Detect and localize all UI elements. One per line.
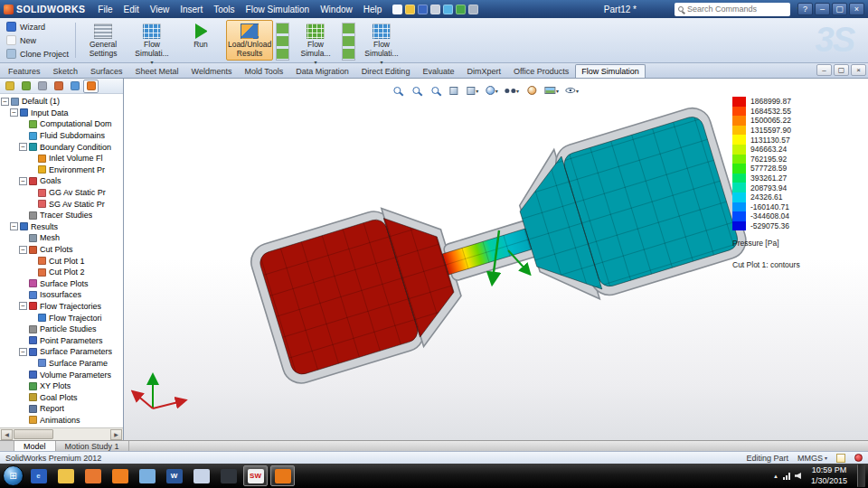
featuremanager-tab[interactable] bbox=[2, 80, 17, 93]
tree-item[interactable]: − Cut Plots bbox=[0, 244, 123, 256]
tree-item[interactable]: Computational Dom bbox=[0, 118, 123, 130]
hide-show-items-icon[interactable]: ▾ bbox=[504, 83, 520, 98]
status-alert-icon[interactable] bbox=[854, 454, 863, 462]
tree-item[interactable]: Tracer Studies bbox=[0, 210, 123, 221]
print-icon[interactable] bbox=[430, 5, 440, 14]
tree-item[interactable]: Report bbox=[0, 403, 123, 415]
tree-expand-toggle[interactable]: − bbox=[10, 222, 18, 230]
tree-item[interactable]: Flow Trajectori bbox=[0, 312, 123, 324]
tree-item[interactable]: XY Plots bbox=[0, 380, 123, 392]
dropdown-arrow-icon[interactable]: ▾ bbox=[516, 88, 519, 94]
help-button[interactable]: ? bbox=[797, 3, 813, 15]
start-button[interactable]: ⊞ bbox=[3, 465, 24, 486]
view-orientation-icon[interactable]: ▾ bbox=[466, 83, 480, 98]
maximize-button[interactable]: ▢ bbox=[832, 3, 847, 15]
scroll-left-button[interactable]: ◀ bbox=[1, 429, 13, 440]
tree-item[interactable]: − Input Data bbox=[0, 108, 123, 119]
tab-splitter-handle[interactable] bbox=[0, 441, 14, 451]
tree-item[interactable]: Animations bbox=[0, 415, 123, 427]
tree-item[interactable]: Cut Plot 2 bbox=[0, 267, 123, 278]
tree-item[interactable]: Isosurfaces bbox=[0, 289, 123, 301]
scroll-thumb[interactable] bbox=[14, 429, 53, 439]
configurationmanager-tab[interactable] bbox=[34, 80, 50, 93]
tree-item[interactable]: Goal Plots bbox=[0, 391, 123, 403]
model-tab[interactable]: Model bbox=[14, 441, 56, 451]
general-settings-button[interactable]: General Settings ▾ bbox=[80, 20, 127, 61]
flow-simulation-icon[interactable] bbox=[270, 465, 295, 486]
menu-item[interactable]: Insert bbox=[175, 2, 208, 17]
status-note-icon[interactable] bbox=[836, 454, 845, 463]
mail-icon[interactable] bbox=[189, 465, 213, 486]
run-button[interactable]: Run ▾ bbox=[177, 20, 224, 61]
tree-expand-toggle[interactable]: − bbox=[1, 98, 9, 106]
command-tab[interactable]: Mold Tools bbox=[238, 64, 289, 78]
tree-expand-toggle[interactable]: − bbox=[19, 246, 27, 254]
dropdown-arrow-icon[interactable]: ▾ bbox=[381, 60, 383, 66]
vlc-icon[interactable] bbox=[216, 465, 241, 486]
new-document-icon[interactable] bbox=[392, 5, 402, 14]
tree-item[interactable]: Particle Studies bbox=[0, 324, 123, 335]
windows-explorer-icon[interactable] bbox=[53, 465, 78, 486]
goals-icon-stack[interactable]: ▾ bbox=[341, 20, 356, 61]
taskbar-clock[interactable]: 10:59 PM 1/30/2015 bbox=[806, 465, 853, 486]
dropdown-arrow-icon[interactable]: ▾ bbox=[495, 88, 498, 94]
command-tab[interactable]: Direct Editing bbox=[355, 64, 417, 78]
doc-minimize-button[interactable]: – bbox=[816, 64, 832, 76]
firefox-icon[interactable] bbox=[108, 465, 132, 486]
displaymanager-tab[interactable] bbox=[67, 80, 82, 93]
command-tab[interactable]: Data Migration bbox=[289, 64, 355, 78]
internet-explorer-icon[interactable]: e bbox=[26, 465, 51, 486]
tree-item[interactable]: − Default (1) bbox=[0, 96, 123, 108]
tree-expand-toggle[interactable]: − bbox=[19, 177, 27, 185]
tree-item[interactable]: Cut Plot 1 bbox=[0, 255, 123, 267]
tree-expand-toggle[interactable]: − bbox=[19, 302, 27, 310]
command-tab[interactable]: Weldments bbox=[185, 64, 239, 78]
command-tab[interactable]: Flow Simulation bbox=[575, 64, 646, 78]
menu-item[interactable]: File bbox=[92, 2, 118, 17]
tree-item[interactable]: Point Parameters bbox=[0, 334, 123, 346]
network-icon[interactable] bbox=[783, 473, 790, 480]
save-icon[interactable] bbox=[418, 5, 428, 14]
display-style-icon[interactable]: ▾ bbox=[485, 83, 499, 98]
menu-item[interactable]: Edit bbox=[118, 2, 144, 17]
command-tab[interactable]: Sheet Metal bbox=[129, 64, 185, 78]
doc-close-button[interactable]: × bbox=[851, 64, 866, 76]
flow-simulation-display-button[interactable]: Flow Simula... ▾ bbox=[292, 20, 339, 61]
word-icon[interactable]: W bbox=[162, 465, 186, 486]
tree-item[interactable]: − Surface Parameters bbox=[0, 346, 123, 358]
tree-item[interactable]: Inlet Volume Fl bbox=[0, 153, 123, 164]
tree-expand-toggle[interactable]: − bbox=[10, 108, 18, 117]
graphics-area[interactable]: ▾ ▾ ▾ ▾ ▾ ▾ bbox=[124, 79, 868, 440]
menu-item[interactable]: View bbox=[145, 2, 175, 17]
tree-item[interactable]: Fluid Subdomains bbox=[0, 130, 123, 142]
dimxpertmanager-tab[interactable] bbox=[51, 80, 66, 93]
libraries-icon[interactable] bbox=[135, 465, 159, 486]
zoom-area-icon[interactable]: ▾ bbox=[409, 83, 423, 98]
close-button[interactable]: × bbox=[849, 3, 864, 15]
previous-view-icon[interactable]: ▾ bbox=[428, 83, 442, 98]
tree-item[interactable]: Surface Parame bbox=[0, 358, 123, 370]
hidden-icons-chevron[interactable]: ▲ bbox=[773, 474, 778, 479]
command-tab[interactable]: Sketch bbox=[47, 64, 85, 78]
command-tab[interactable]: DimXpert bbox=[460, 64, 507, 78]
load-unload-results-button[interactable]: Load/Unload Results ▾ bbox=[226, 20, 273, 61]
show-desktop-button[interactable] bbox=[857, 465, 865, 487]
tree-horizontal-scrollbar[interactable]: ◀ ▶ bbox=[0, 427, 123, 440]
model-tab[interactable]: Motion Study 1 bbox=[56, 441, 129, 451]
dropdown-arrow-icon[interactable]: ▾ bbox=[315, 60, 317, 66]
units-dropdown[interactable]: MMGS bbox=[797, 454, 827, 463]
command-tab[interactable]: Office Products bbox=[507, 64, 575, 78]
tree-item[interactable]: − Goals bbox=[0, 175, 123, 187]
rebuild-icon[interactable] bbox=[456, 5, 466, 14]
conditions-icon-stack[interactable]: ▾ bbox=[275, 20, 290, 61]
dropdown-arrow-icon[interactable]: ▾ bbox=[476, 88, 478, 94]
menu-item[interactable]: Flow Simulation bbox=[241, 2, 316, 17]
tree-item[interactable]: Surface Plots bbox=[0, 278, 123, 290]
command-tab[interactable]: Surfaces bbox=[84, 64, 129, 78]
menu-item[interactable]: Tools bbox=[208, 2, 240, 17]
command-tab[interactable]: Features bbox=[2, 64, 47, 78]
view-settings-icon[interactable]: ▾ bbox=[564, 83, 580, 98]
tree-item[interactable]: Environment Pr bbox=[0, 164, 123, 176]
propertymanager-tab[interactable] bbox=[18, 80, 33, 93]
apply-scene-icon[interactable]: ▾ bbox=[543, 83, 560, 98]
